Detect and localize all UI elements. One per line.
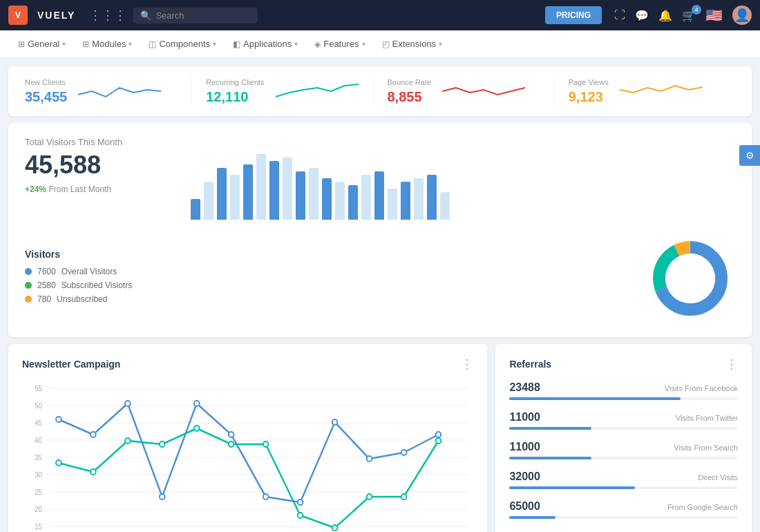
modules-icon: ⊞: [82, 39, 89, 49]
visitors-label: Total Visitors This Month: [25, 137, 177, 147]
referral-bar-fill-3: [509, 486, 635, 489]
bell-icon[interactable]: 🔔: [658, 9, 672, 22]
referral-list: 23488 Visits From Facebook 11000 Visits …: [509, 381, 738, 519]
stat-bounce: Bounce Rate 8,855: [374, 77, 555, 105]
stat-label-2: Bounce Rate: [388, 78, 432, 86]
svg-point-30: [263, 494, 269, 500]
svg-point-46: [401, 494, 407, 500]
stat-label-3: Page Views: [569, 78, 609, 86]
menu-label-modules: Modules: [92, 39, 126, 49]
referral-count-0: 23488: [509, 381, 540, 394]
chat-icon[interactable]: 💬: [635, 9, 649, 22]
visitors-bottom: Visitors 7600 Overall Visitors 2580 Subs…: [25, 234, 735, 323]
fullscreen-icon[interactable]: ⛶: [614, 9, 625, 21]
svg-text:55: 55: [35, 385, 42, 392]
svg-text:25: 25: [35, 488, 42, 496]
legend-label-2: Unsubscribed: [57, 294, 107, 304]
visitors-info: Total Visitors This Month 45,588 +24% Fr…: [25, 137, 177, 220]
cart-badge: 4: [692, 5, 701, 15]
menu-label-applications: Applications: [243, 39, 292, 49]
svg-point-33: [367, 456, 372, 462]
cart-icon[interactable]: 🛒 4: [682, 9, 696, 22]
stat-value-0: 35,455: [25, 89, 67, 105]
menu-item-components[interactable]: ◫ Components ▾: [142, 35, 223, 53]
svg-point-45: [367, 494, 372, 500]
svg-point-39: [160, 441, 165, 447]
svg-text:40: 40: [35, 437, 42, 444]
bar-4: [243, 164, 253, 220]
bar-9: [309, 168, 319, 220]
menu-label-features: Features: [323, 39, 359, 49]
menu-item-general[interactable]: ⊞ General ▾: [11, 35, 73, 53]
bar-18: [427, 175, 437, 220]
bar-1: [204, 182, 213, 220]
svg-point-32: [332, 419, 338, 425]
svg-point-34: [401, 450, 407, 455]
stat-recurring: Recurring Clients 12,110: [192, 77, 373, 105]
referral-bar-bg-3: [509, 486, 738, 489]
bar-15: [388, 189, 397, 220]
legend-item-2: 780 Unsubscribed: [25, 294, 132, 304]
legend-value-1: 2580: [37, 281, 56, 290]
bar-12: [348, 185, 358, 220]
referral-count-2: 11000: [509, 441, 540, 453]
stat-new-clients: New Clients 35,455: [25, 77, 192, 105]
svg-point-42: [263, 441, 269, 447]
svg-point-27: [160, 494, 165, 500]
referrals-menu-icon[interactable]: ⋮: [725, 357, 738, 372]
bar-14: [374, 171, 384, 220]
referral-label-4: From Google Search: [667, 503, 738, 511]
svg-text:30: 30: [35, 471, 42, 479]
referral-label-3: Direct Visits: [698, 473, 738, 482]
bar-17: [414, 178, 424, 220]
logo-icon: V: [8, 6, 28, 25]
referral-label-2: Visits From Search: [674, 444, 738, 452]
logo-text: VUELY: [37, 10, 75, 21]
search-icon: 🔍: [140, 10, 151, 21]
svg-point-37: [91, 469, 96, 475]
svg-point-47: [436, 438, 441, 444]
referral-item-3: 32000 Direct Visits: [509, 471, 738, 489]
legend-dot-1: [25, 282, 32, 289]
visitors-growth: +24% From Last Month: [25, 184, 177, 194]
menu-item-extensions[interactable]: ◰ Extensions ▾: [375, 35, 450, 53]
sparkline-2: [442, 77, 540, 105]
newsletter-menu-icon[interactable]: ⋮: [461, 357, 473, 372]
pricing-button[interactable]: PRICING: [545, 6, 602, 24]
search-input[interactable]: [155, 10, 245, 21]
bar-3: [230, 175, 240, 220]
menu-item-features[interactable]: ◈ Features ▾: [307, 35, 372, 53]
referral-bar-bg-2: [509, 457, 738, 459]
avatar[interactable]: 👤: [732, 6, 752, 25]
growth-label: From Last Month: [48, 184, 111, 194]
svg-point-25: [91, 432, 96, 437]
sparkline-3: [620, 77, 721, 105]
visitors-count: 45,588: [25, 153, 177, 178]
svg-point-44: [332, 525, 338, 531]
settings-tab[interactable]: ⚙: [739, 145, 760, 166]
menu-bar: ⊞ General ▾ ⊞ Modules ▾ ◫ Components ▾ ◧…: [0, 30, 760, 58]
menu-item-modules[interactable]: ⊞ Modules ▾: [75, 35, 139, 53]
legend-item-1: 2580 Subscribed Visiotrs: [25, 281, 132, 290]
stat-value-1: 12,110: [206, 89, 264, 105]
svg-text:35: 35: [35, 454, 42, 462]
referral-item-0: 23488 Visits From Facebook: [509, 381, 738, 400]
svg-text:45: 45: [35, 419, 42, 427]
svg-text:50: 50: [35, 402, 42, 410]
svg-point-3: [665, 254, 715, 303]
bar-5: [256, 154, 266, 220]
grid-icon[interactable]: ⋮⋮⋮: [89, 8, 126, 23]
legend-title: Visitors: [25, 249, 132, 260]
svg-point-24: [56, 417, 61, 422]
bar-8: [296, 171, 305, 220]
referral-count-1: 11000: [509, 411, 540, 424]
flag-icon[interactable]: 🇺🇸: [705, 7, 723, 23]
bar-0: [191, 199, 200, 220]
referral-bar-bg-0: [509, 397, 738, 400]
svg-point-43: [298, 513, 303, 518]
chevron-modules: ▾: [129, 40, 132, 48]
referrals-title: Referrals: [509, 359, 551, 370]
stat-label-0: New Clients: [25, 78, 67, 86]
legend-label-1: Subscribed Visiotrs: [61, 281, 133, 290]
menu-item-applications[interactable]: ◧ Applications ▾: [226, 35, 305, 53]
